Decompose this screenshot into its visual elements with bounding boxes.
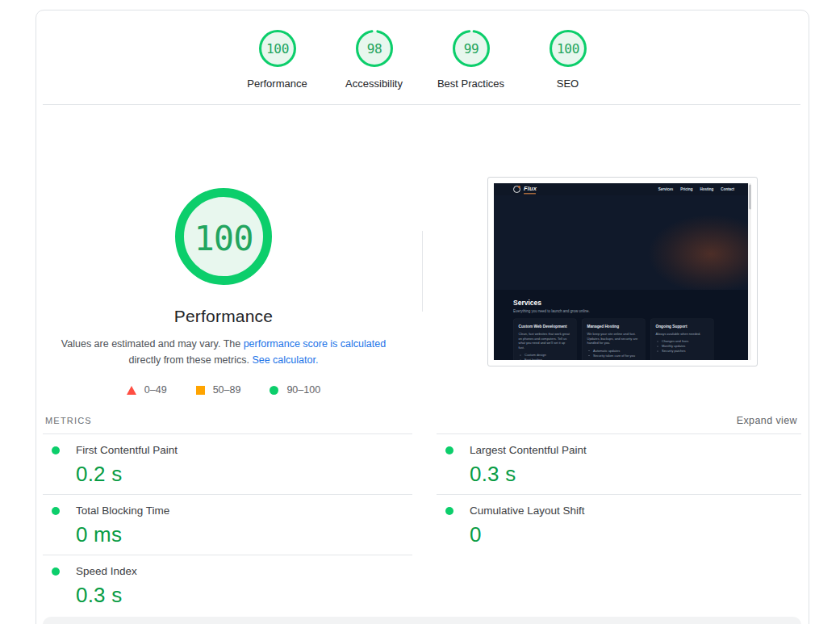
metric-pass-dot-icon <box>52 567 60 576</box>
seo-score-gauge: 100 <box>550 30 587 70</box>
svg-text:100: 100 <box>194 219 253 258</box>
metric-pass-dot-icon <box>52 507 60 515</box>
site-nav-link: Services <box>658 187 674 191</box>
metrics-column-left: First Contentful Paint 0.2 s Total Block… <box>43 433 412 615</box>
site-nav: ServicesPricingHostingContact <box>658 187 734 191</box>
service-bullet: Fast loading <box>524 358 571 360</box>
metric-value: 0.3 s <box>470 462 801 487</box>
service-bullet: Changes and fixes <box>662 339 708 343</box>
metrics-section-label: METRICS <box>45 416 92 425</box>
screenshot-site: Flux ServicesPricingHostingContact Websi… <box>494 183 751 360</box>
screenshot-clip: Flux ServicesPricingHostingContact Websi… <box>494 183 751 360</box>
metric-name: First Contentful Paint <box>76 444 178 456</box>
screenshot-scrollbar <box>748 183 751 360</box>
performance-main-gauge: 100 <box>175 188 272 285</box>
svg-text:98: 98 <box>366 41 382 57</box>
service-bullet: Custom design <box>524 354 571 358</box>
accessibility-score-gauge: 98 <box>356 30 393 70</box>
summary-gauge-label: Best Practices <box>437 77 504 90</box>
score-range-legend: 0–49 50–89 90–100 <box>46 384 401 396</box>
legend-range-label: 0–49 <box>144 384 167 396</box>
service-cards-row: Custom Web Development Clean, fast websi… <box>513 319 751 361</box>
service-card-body: We keep your site online and fast. Updat… <box>587 332 641 346</box>
service-bullet: Security patches <box>662 349 708 353</box>
metric-value: 0.3 s <box>76 583 412 608</box>
performance-section-title: Performance <box>62 307 385 326</box>
metric-value: 0.2 s <box>76 462 412 487</box>
site-services-section: Services Everything you need to launch a… <box>494 290 751 360</box>
service-bullet: Security taken care of for you <box>593 354 640 358</box>
summary-gauge-label: Performance <box>247 77 307 90</box>
best-practices-score-gauge: 99 <box>453 30 490 70</box>
service-bullet: Monthly updates <box>662 344 708 348</box>
legend-range-label: 90–100 <box>286 384 320 396</box>
metric-value: 0 <box>470 522 801 547</box>
summary-gauge-performance[interactable]: 100 Performance <box>229 30 326 90</box>
fail-triangle-icon <box>127 386 136 395</box>
metric-row-largest-contentful-paint: Largest Contentful Paint 0.3 s <box>437 433 801 494</box>
summary-gauge-label: SEO <box>557 77 579 90</box>
description-text: Values are estimated and may vary. The <box>61 338 244 350</box>
metric-pass-dot-icon <box>445 507 453 515</box>
see-calculator-link[interactable]: See calculator. <box>252 354 318 366</box>
site-logo-icon <box>513 186 520 193</box>
svg-text:99: 99 <box>463 41 479 57</box>
service-card-body: Clean, fast websites that work great on … <box>519 332 572 350</box>
average-square-icon <box>196 386 205 395</box>
final-screenshot-thumbnail: Flux ServicesPricingHostingContact Websi… <box>487 177 758 366</box>
score-summary-row: 100 Performance 98 Accessibility 99 Best… <box>36 30 809 90</box>
screenshot-scrollbar-thumb <box>749 185 751 210</box>
summary-gauge-accessibility[interactable]: 98 Accessibility <box>326 30 423 90</box>
service-card-title: Ongoing Support <box>656 324 709 329</box>
site-logo-text: Flux <box>524 185 537 192</box>
metric-name: Cumulative Layout Shift <box>470 505 585 517</box>
site-logo: Flux <box>513 185 537 195</box>
svg-text:100: 100 <box>557 41 579 57</box>
service-bullet: Automatic updates <box>593 349 640 353</box>
legend-pass-range: 90–100 <box>270 384 320 396</box>
site-header: Flux ServicesPricingHostingContact <box>494 183 751 195</box>
site-logo-caption <box>524 193 536 195</box>
site-nav-link: Hosting <box>700 187 714 191</box>
legend-average-range: 50–89 <box>196 384 241 396</box>
metric-pass-dot-icon <box>52 446 60 454</box>
services-subheading: Everything you need to launch and grow o… <box>513 309 751 313</box>
description-text: directly from these metrics. <box>129 354 253 366</box>
metric-row-speed-index: Speed Index 0.3 s <box>43 555 412 615</box>
service-card-body: Always available when needed. <box>656 332 709 337</box>
site-hero: Websites and hostingwithout the fuss We … <box>494 195 751 290</box>
metric-name: Largest Contentful Paint <box>470 444 587 456</box>
service-card-title: Custom Web Development <box>519 324 572 329</box>
service-card: Ongoing Support Always available when ne… <box>650 319 714 361</box>
expand-view-button[interactable]: Expand view <box>737 415 797 426</box>
performance-description: Values are estimated and may vary. The p… <box>46 336 401 369</box>
service-card: Custom Web Development Clean, fast websi… <box>513 319 577 361</box>
pass-circle-icon <box>270 386 278 395</box>
metric-pass-dot-icon <box>445 446 453 454</box>
service-card-bullets: Custom designFast loadingSEO optimized <box>519 354 572 360</box>
metric-row-total-blocking-time: Total Blocking Time 0 ms <box>43 494 412 555</box>
vertical-divider <box>422 231 423 312</box>
performance-score-gauge: 100 <box>259 30 296 70</box>
summary-gauge-label: Accessibility <box>345 77 403 90</box>
legend-fail-range: 0–49 <box>127 384 167 396</box>
hero-glow <box>630 203 751 290</box>
metric-name: Speed Index <box>76 565 137 577</box>
metrics-column-right: Largest Contentful Paint 0.3 s Cumulativ… <box>437 433 801 555</box>
services-heading: Services <box>513 299 751 307</box>
next-section-bar <box>43 617 801 624</box>
lighthouse-report-card: 100 Performance 98 Accessibility 99 Best… <box>36 10 809 624</box>
metric-row-cumulative-layout-shift: Cumulative Layout Shift 0 <box>437 494 801 555</box>
summary-gauge-best-practices[interactable]: 99 Best Practices <box>423 30 520 90</box>
svg-text:100: 100 <box>266 41 289 57</box>
metric-value: 0 ms <box>76 522 412 547</box>
metric-row-first-contentful-paint: First Contentful Paint 0.2 s <box>43 433 412 494</box>
metric-name: Total Blocking Time <box>76 505 169 517</box>
legend-range-label: 50–89 <box>213 384 241 396</box>
site-nav-link: Pricing <box>680 187 692 191</box>
service-card-bullets: Automatic updatesSecurity taken care of … <box>587 349 641 358</box>
service-card: Managed Hosting We keep your site online… <box>582 319 646 361</box>
summary-gauge-seo[interactable]: 100 SEO <box>520 30 616 90</box>
score-calculation-link[interactable]: performance score is calculated <box>244 338 386 350</box>
service-card-bullets: Changes and fixesMonthly updatesSecurity… <box>656 339 709 353</box>
